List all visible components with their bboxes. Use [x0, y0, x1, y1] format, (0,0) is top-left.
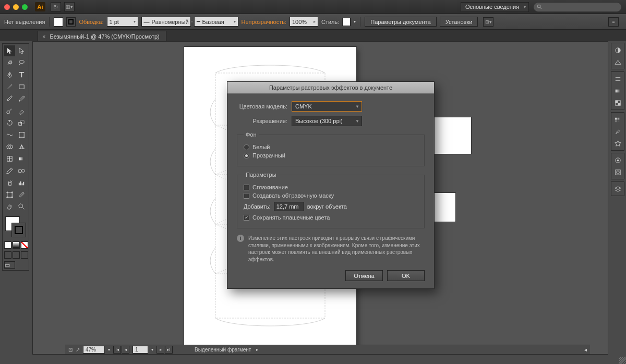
gradient-panel-icon[interactable] — [612, 86, 623, 96]
eraser-tool[interactable] — [16, 105, 27, 116]
bg-white-radio[interactable]: Белый — [244, 144, 418, 150]
zoom-value: 47% — [86, 347, 96, 353]
none-mode-button[interactable] — [21, 241, 28, 249]
svg-rect-29 — [615, 89, 620, 92]
status-menu-icon[interactable]: ▸ — [256, 347, 258, 352]
lasso-tool[interactable] — [16, 57, 27, 68]
preferences-label: Установки — [446, 19, 473, 25]
direct-selection-tool[interactable] — [16, 45, 27, 56]
arrange-documents-button[interactable]: ▥▾ — [64, 2, 75, 11]
color-panel-icon[interactable] — [612, 45, 623, 55]
draw-inside-button[interactable] — [21, 251, 28, 259]
preferences-button[interactable]: Установки — [440, 17, 478, 27]
paintbrush-tool[interactable] — [4, 93, 15, 104]
graphic-style-swatch[interactable] — [342, 18, 351, 26]
clip-mask-label: Создавать обтравочную маску — [252, 192, 334, 199]
resolution-dropdown[interactable]: Высокое (300 ppi)▼ — [292, 116, 362, 126]
prev-artboard-button[interactable]: ◂ — [122, 346, 129, 354]
workspace-switcher[interactable]: Основные сведения — [461, 2, 529, 12]
bridge-button[interactable]: Br — [51, 2, 61, 11]
svg-line-3 — [7, 84, 12, 89]
artboard-tool[interactable] — [4, 189, 15, 200]
free-transform-tool[interactable] — [16, 129, 27, 140]
zoom-field[interactable]: 47% — [83, 346, 105, 354]
graphic-styles-panel-icon[interactable] — [612, 167, 623, 177]
close-window-button[interactable] — [4, 4, 10, 10]
info-icon: i — [237, 235, 244, 242]
minimize-window-button[interactable] — [13, 4, 19, 10]
layers-panel-icon[interactable] — [612, 184, 623, 194]
canvas[interactable]: Параметры растровых эффектов в документе… — [32, 41, 608, 355]
rotate-tool[interactable] — [4, 117, 15, 128]
perspective-grid-tool[interactable] — [16, 141, 27, 152]
status-icon[interactable]: ⊡ — [68, 347, 73, 353]
magic-wand-tool[interactable] — [4, 57, 15, 68]
align-pixel-button[interactable]: ⊞▾ — [483, 17, 493, 27]
resize-corner-icon[interactable] — [619, 357, 626, 364]
pen-tool[interactable] — [4, 69, 15, 80]
svg-line-1 — [540, 7, 541, 9]
status-icon-2[interactable]: ↗ — [76, 347, 80, 353]
screen-mode-button[interactable]: ▭ — [4, 261, 15, 269]
stroke-weight-dropdown[interactable]: 1 pt▾ — [107, 17, 138, 27]
symbol-sprayer-tool[interactable] — [4, 177, 15, 188]
hand-tool[interactable] — [4, 201, 15, 212]
pencil-tool[interactable] — [16, 93, 27, 104]
last-artboard-button[interactable]: ▸I — [165, 346, 173, 354]
preserve-spot-checkbox[interactable]: ✓Сохранять плашечные цвета — [244, 214, 418, 221]
control-bar-menu-button[interactable]: ≡ — [608, 17, 619, 27]
opacity-dropdown[interactable]: 100%▸ — [290, 17, 318, 27]
ok-button[interactable]: OK — [387, 270, 425, 281]
color-guide-panel-icon[interactable] — [612, 57, 623, 67]
add-bleed-input[interactable]: 12,7 mm — [274, 202, 304, 211]
column-graph-tool[interactable] — [16, 177, 27, 188]
document-setup-button[interactable]: Параметры документа — [365, 17, 436, 27]
help-search-input[interactable] — [533, 2, 622, 12]
bg-transparent-radio[interactable]: Прозрачный — [244, 152, 418, 159]
cancel-button[interactable]: Отмена — [345, 270, 383, 281]
shape-builder-tool[interactable] — [4, 141, 15, 152]
selection-tool[interactable] — [4, 45, 15, 56]
rectangle-tool[interactable] — [16, 81, 27, 92]
stroke-color-proxy[interactable] — [11, 223, 26, 237]
type-tool[interactable] — [16, 69, 27, 80]
stroke-swatch[interactable] — [66, 17, 76, 27]
svg-point-9 — [19, 132, 20, 133]
next-artboard-button[interactable]: ▸ — [156, 346, 164, 354]
draw-behind-button[interactable] — [13, 251, 20, 259]
symbols-panel-icon[interactable] — [612, 138, 623, 149]
blob-brush-tool[interactable] — [4, 105, 15, 116]
first-artboard-button[interactable]: I◂ — [113, 346, 121, 354]
artboard-number-field[interactable]: 1 — [133, 346, 148, 354]
gradient-tool[interactable] — [16, 153, 27, 164]
slice-tool[interactable] — [16, 189, 27, 200]
blend-tool[interactable] — [16, 165, 27, 176]
gradient-mode-button[interactable] — [13, 241, 20, 249]
background-fieldset: Фон Белый Прозрачный — [237, 131, 425, 166]
eyedropper-tool[interactable] — [4, 165, 15, 176]
zoom-window-button[interactable] — [22, 4, 28, 10]
stroke-dash-dropdown[interactable]: —Равномерный▾ — [141, 17, 191, 27]
antialias-checkbox[interactable]: Сглаживание — [244, 184, 418, 190]
fill-swatch[interactable] — [54, 17, 63, 27]
line-tool[interactable] — [4, 81, 15, 92]
document-tab[interactable]: × Безымянный-1 @ 47% (CMYK/Просмотр) — [38, 31, 166, 41]
transparency-panel-icon[interactable] — [612, 98, 623, 108]
scroll-left-icon[interactable]: ◂ — [584, 347, 587, 353]
fill-stroke-proxy[interactable] — [4, 215, 27, 238]
width-tool[interactable] — [4, 129, 15, 140]
mesh-tool[interactable] — [4, 153, 15, 164]
stroke-profile-dropdown[interactable]: ━Базовая▾ — [194, 17, 238, 27]
color-model-dropdown[interactable]: CMYK▼ — [292, 101, 362, 112]
workspace-label: Основные сведения — [465, 4, 519, 10]
scale-tool[interactable] — [16, 117, 27, 128]
appearance-panel-icon[interactable] — [612, 155, 623, 165]
draw-normal-button[interactable] — [4, 251, 11, 259]
brushes-panel-icon[interactable] — [612, 126, 623, 137]
close-tab-icon[interactable]: × — [42, 33, 45, 40]
stroke-panel-icon[interactable] — [612, 74, 623, 84]
color-mode-button[interactable] — [4, 241, 11, 249]
zoom-tool[interactable] — [16, 201, 27, 212]
clip-mask-checkbox[interactable]: Создавать обтравочную маску — [244, 192, 418, 199]
swatches-panel-icon[interactable] — [612, 114, 623, 125]
